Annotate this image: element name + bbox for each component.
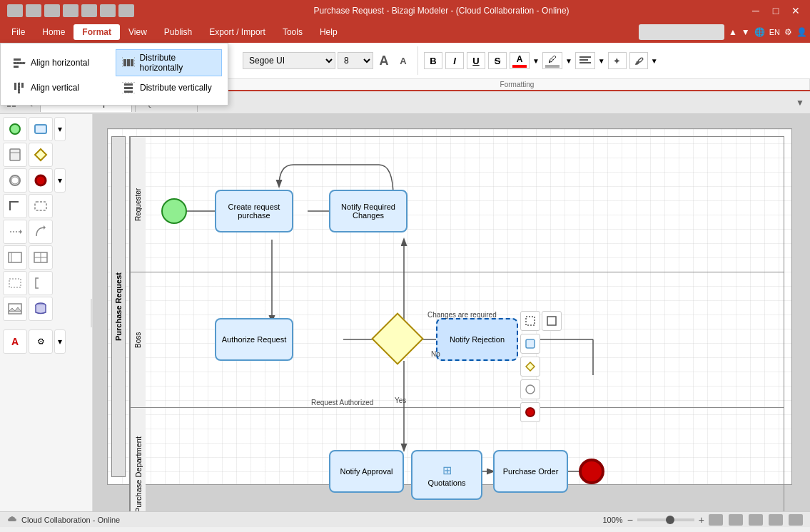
zoom-region-icon[interactable] (749, 514, 763, 526)
annotation-tool[interactable] (29, 271, 53, 295)
paint-btn[interactable]: 🖌 (629, 52, 648, 69)
task-purchase-order[interactable]: Purchase Order (493, 450, 568, 493)
context-end-btn[interactable] (520, 402, 540, 422)
text-align-btn[interactable] (575, 52, 595, 69)
task-authorize-request[interactable]: Authorize Request (215, 318, 293, 361)
distribute-horizontally-item[interactable]: Distribute horizontally (116, 49, 222, 76)
start-event[interactable] (161, 198, 187, 224)
svg-rect-29 (10, 149, 20, 160)
open-icon[interactable] (44, 4, 60, 17)
database-tool[interactable] (29, 297, 53, 321)
menu-help[interactable]: Help (311, 24, 346, 40)
zoom-plus-btn[interactable]: + (699, 514, 704, 526)
menu-export[interactable]: Export / Import (201, 24, 274, 40)
overview-icon[interactable] (789, 514, 803, 526)
task-notify-approval[interactable]: Notify Approval (329, 450, 404, 493)
user-icon[interactable]: 👤 (796, 27, 807, 37)
settings-dropdown[interactable]: ▾ (54, 329, 66, 354)
search-box[interactable] (639, 24, 724, 40)
diamond-tool[interactable] (29, 143, 53, 167)
intermediate-event-tool[interactable] (3, 168, 27, 193)
close-btn[interactable]: ✕ (789, 5, 803, 16)
increase-font-btn[interactable]: A (375, 52, 393, 69)
end-event-tool[interactable] (29, 168, 53, 193)
context-task-btn[interactable] (520, 334, 540, 354)
extra-icon[interactable] (118, 4, 134, 17)
decrease-font-btn[interactable]: A (395, 52, 412, 69)
rect-tool-dropdown[interactable]: ▾ (54, 117, 66, 141)
end-event-dropdown[interactable]: ▾ (54, 168, 66, 193)
data-tool[interactable] (3, 143, 27, 167)
window-controls[interactable]: ─ □ ✕ (749, 5, 803, 16)
menu-view[interactable]: View (120, 24, 156, 40)
quotations-label: Quotations (427, 479, 465, 487)
bold-btn[interactable]: B (424, 52, 442, 69)
underline-btn[interactable]: U (467, 52, 485, 69)
zoom-minus-btn[interactable]: − (627, 514, 633, 526)
dotted-line-tool[interactable] (3, 220, 27, 244)
menu-home[interactable]: Home (34, 24, 74, 40)
zoom-slider[interactable] (637, 518, 694, 521)
fit-page-icon[interactable] (709, 514, 723, 526)
zoom-thumb[interactable] (666, 516, 674, 524)
text-color-tool[interactable]: A (3, 329, 27, 354)
clear-format-btn[interactable]: ✦ (608, 52, 627, 69)
settings-tool[interactable]: ⚙ (29, 329, 53, 354)
language-icon[interactable]: 🌐 (754, 27, 765, 37)
text-align-dropdown[interactable]: ▼ (598, 57, 605, 65)
task-notify-required-changes[interactable]: Notify Required Changes (329, 190, 407, 232)
undo-icon[interactable] (81, 4, 97, 17)
font-color-btn[interactable]: A (510, 52, 530, 69)
context-gateway-btn[interactable] (520, 357, 540, 377)
highlight-dropdown[interactable]: ▼ (565, 57, 572, 65)
save2-icon[interactable] (63, 4, 79, 17)
canvas-area[interactable]: Purchase Request Requester Boss Purchase… (93, 114, 810, 511)
maximize-btn[interactable]: □ (769, 5, 783, 16)
distribute-vertically-item[interactable]: Distribute vertically (116, 79, 222, 96)
redo-icon[interactable] (100, 4, 116, 17)
align-horizontal-item[interactable]: Align horizontal (6, 49, 113, 76)
strikethrough-btn[interactable]: S (488, 52, 507, 69)
paint-dropdown[interactable]: ▼ (651, 57, 658, 65)
horizontal-pool-tool[interactable] (3, 245, 27, 270)
align-vertical-item[interactable]: Align vertical (6, 79, 113, 96)
highlight-btn[interactable]: 🖊 (542, 52, 562, 69)
search-up-icon[interactable]: ▲ (729, 27, 737, 37)
end-event[interactable] (579, 459, 604, 484)
tool-row-8 (3, 297, 89, 321)
font-color-dropdown[interactable]: ▼ (532, 57, 540, 65)
dashed-rect2-tool[interactable] (3, 271, 27, 295)
task-create-request[interactable]: Create request purchase (215, 190, 293, 232)
view-mode-icons (709, 514, 803, 526)
curved-arrow-tool[interactable] (29, 220, 53, 244)
context-resize-btn[interactable] (520, 311, 540, 331)
tab-dropdown-btn[interactable]: ▼ (793, 98, 807, 108)
minimize-btn[interactable]: ─ (749, 5, 763, 16)
settings-icon[interactable]: ⚙ (784, 27, 792, 37)
tool-row-6 (3, 245, 89, 270)
fit-width-icon[interactable] (729, 514, 743, 526)
font-family-select[interactable]: Segoe UI (243, 52, 335, 69)
font-size-select[interactable]: 8 (338, 52, 373, 69)
menu-tools[interactable]: Tools (274, 24, 311, 40)
corner-tool[interactable] (3, 194, 27, 218)
tool-row-9: A ⚙ ▾ (3, 329, 89, 354)
image-tool[interactable] (3, 297, 27, 321)
diagram-canvas[interactable]: Purchase Request Requester Boss Purchase… (107, 128, 792, 485)
context-copy-btn[interactable] (542, 311, 562, 331)
menu-format[interactable]: Format (74, 24, 120, 40)
circle-tool[interactable] (3, 117, 27, 141)
italic-btn[interactable]: I (445, 52, 464, 69)
task-notify-rejection[interactable]: Notify Rejection (436, 318, 518, 361)
dashed-rect-tool[interactable] (29, 194, 53, 218)
save-icon[interactable] (26, 4, 41, 17)
grid-pool-tool[interactable] (29, 245, 53, 270)
context-circle-btn[interactable] (520, 379, 540, 399)
title-bar-left-icons[interactable] (7, 4, 134, 17)
rect-tool[interactable] (29, 117, 53, 141)
menu-publish[interactable]: Publish (156, 24, 201, 40)
menu-file[interactable]: File (3, 24, 34, 40)
search-down-icon[interactable]: ▼ (741, 27, 750, 37)
task-quotations[interactable]: ⊞ Quotations (411, 450, 482, 500)
pan-icon[interactable] (769, 514, 783, 526)
